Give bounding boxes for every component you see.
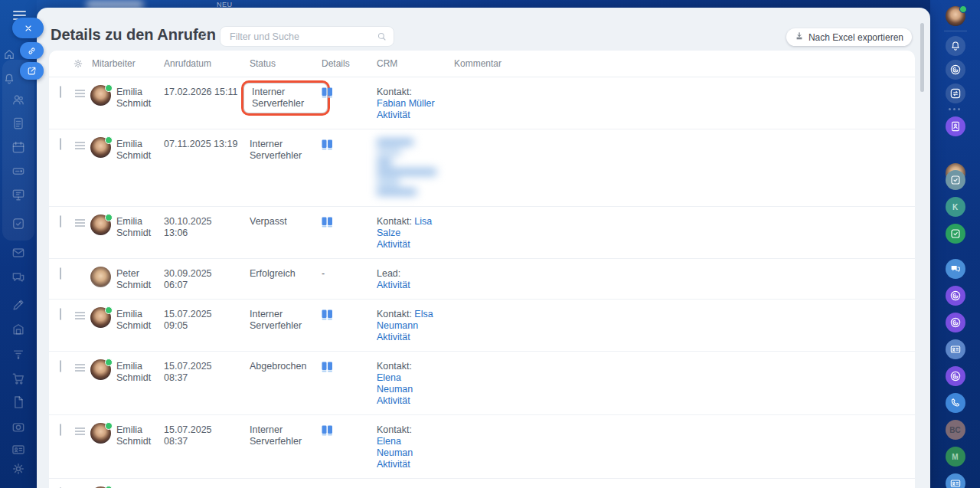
copy-link-button[interactable] [20, 42, 44, 59]
copilot-icon[interactable] [946, 60, 965, 80]
crm-line: Kontakt: [377, 87, 449, 98]
row-checkbox[interactable] [60, 424, 61, 436]
crm-contact-link[interactable]: Lisa [414, 216, 432, 227]
call-table-body: Emilia Schmidt17.02.2026 15:11Interner S… [49, 77, 915, 488]
contact-card-icon[interactable] [946, 339, 965, 359]
crm-contact-link[interactable]: Salze [377, 228, 400, 238]
crm-contact-link[interactable]: Elena [377, 372, 401, 383]
pin-icon[interactable] [198, 30, 210, 41]
crm-line: Salze [377, 228, 449, 239]
sidebar-item-calendar-icon[interactable] [11, 139, 26, 155]
sidebar-item-crm-funnel-icon[interactable] [11, 346, 26, 361]
row-checkbox[interactable] [60, 360, 61, 372]
crm-activity-link[interactable]: Aktivität [377, 280, 410, 290]
notifications-icon[interactable] [946, 36, 965, 56]
call-details-icon[interactable] [322, 87, 333, 101]
chat-m[interactable]: M [946, 447, 965, 467]
sidebar-item-documents-icon[interactable] [11, 116, 26, 131]
sidebar-item-tasks-icon[interactable] [11, 216, 26, 231]
crm-line: Kontakt: Elsa [377, 309, 449, 320]
copilot-2-icon[interactable] [946, 286, 965, 306]
crm-contact-link[interactable]: Neumann [377, 320, 418, 331]
sidebar-item-contact-center-icon[interactable] [11, 442, 26, 457]
scrollbar-thumb[interactable] [920, 23, 924, 92]
row-checkbox[interactable] [60, 308, 61, 320]
crm-activity-link[interactable]: Aktivität [377, 239, 410, 250]
status-highlight: Interner Serverfehler [241, 80, 330, 116]
drag-handle-icon[interactable] [75, 216, 90, 228]
drag-handle-icon[interactable] [75, 139, 90, 151]
call-details-icon[interactable] [322, 139, 333, 153]
call-status: Interner Serverfehler [250, 424, 322, 447]
export-excel-button[interactable]: Nach Excel exportieren [786, 28, 912, 46]
copilot-3-icon[interactable] [946, 313, 965, 332]
crm-line: Elena [377, 372, 449, 384]
row-checkbox[interactable] [60, 138, 61, 150]
profile-avatar[interactable] [946, 6, 965, 26]
col-header-crm[interactable]: CRM [377, 58, 454, 69]
sidebar-item-employees-icon[interactable] [11, 92, 26, 107]
sidebar-item-settings-icon[interactable] [11, 461, 26, 477]
col-header-mitarbeiter[interactable]: Mitarbeiter [92, 58, 164, 69]
employee-avatar [90, 423, 111, 444]
copilot-4-icon[interactable] [946, 366, 965, 386]
messenger-icon[interactable] [946, 259, 965, 279]
row-checkbox[interactable] [60, 86, 61, 98]
contacts-icon[interactable] [946, 116, 965, 136]
crm-activity-link[interactable]: Aktivität [377, 459, 410, 470]
employee-name: Emilia Schmidt [116, 424, 164, 447]
sidebar-dots-divider [949, 108, 960, 110]
employee-avatar [90, 215, 111, 235]
crm-activity-link[interactable]: Aktivität [377, 332, 410, 342]
table-settings-gear-icon[interactable] [60, 58, 92, 69]
crm-line: Aktivität [377, 110, 449, 121]
open-new-tab-button[interactable] [20, 62, 44, 80]
call-details-icon[interactable] [322, 310, 333, 323]
sidebar-item-files-icon[interactable] [11, 395, 26, 410]
panel-header: Details zu den Anrufen Nach Excel export… [37, 8, 930, 51]
call-details-icon[interactable] [322, 362, 333, 375]
col-header-kommentar[interactable]: Kommentar [454, 58, 915, 69]
call-details-icon[interactable] [322, 217, 333, 231]
col-header-status[interactable]: Status [250, 58, 322, 69]
tasks-muted-icon[interactable] [946, 170, 965, 190]
col-header-anrufdatum[interactable]: Anrufdatum [164, 58, 250, 69]
sidebar-item-mail-icon[interactable] [11, 245, 26, 260]
call-date: 30.10.202513:06 [164, 216, 250, 239]
crm-contact-link[interactable]: Neuman [377, 447, 413, 458]
tasks-green-icon[interactable] [946, 224, 965, 244]
crm-activity-link[interactable]: Aktivität [377, 110, 410, 120]
call-row: Emilia Schmidt15.07.202508:37Interner Se… [49, 415, 915, 479]
contact-card-2-icon[interactable] [946, 473, 965, 488]
crm-line: Neumann [377, 320, 449, 332]
row-checkbox[interactable] [60, 267, 61, 280]
crm-contact-link[interactable]: Elena [377, 436, 401, 447]
sidebar-item-boards-icon[interactable] [11, 187, 26, 202]
close-slider-button[interactable] [12, 18, 44, 38]
sidebar-item-video-icon[interactable] [11, 419, 26, 434]
sync-chat-icon[interactable] [946, 84, 965, 103]
row-checkbox[interactable] [60, 215, 61, 228]
sidebar-item-sign-icon[interactable] [11, 297, 26, 313]
drag-handle-icon[interactable] [75, 361, 90, 373]
chat-bc[interactable]: BC [946, 420, 965, 440]
crm-contact-link[interactable]: Fabian Müller [377, 98, 435, 109]
telephony-icon[interactable] [946, 393, 965, 413]
employee-avatar [90, 307, 111, 328]
crm-activity-link[interactable]: Aktivität [377, 395, 410, 406]
drag-handle-icon[interactable] [75, 309, 90, 321]
sidebar-item-drive-icon[interactable] [11, 163, 26, 178]
chat-k[interactable]: K [946, 197, 965, 217]
drag-handle-icon[interactable] [75, 87, 90, 99]
drag-handle-icon[interactable] [75, 424, 90, 437]
crm-contact-link[interactable]: Elsa [414, 309, 433, 319]
search-input[interactable] [220, 26, 394, 47]
crm-contact-link[interactable]: Neuman [377, 384, 413, 395]
sidebar-item-messenger-icon[interactable] [11, 270, 26, 285]
sidebar-item-shop-icon[interactable] [11, 371, 26, 386]
sidebar-item-vault-icon[interactable] [11, 322, 26, 337]
call-details-panel: Details zu den Anrufen Nach Excel export… [37, 8, 930, 488]
col-header-details[interactable]: Details [322, 58, 377, 69]
call-status: Erfolgreich [250, 268, 296, 280]
call-details-icon[interactable] [322, 425, 333, 439]
